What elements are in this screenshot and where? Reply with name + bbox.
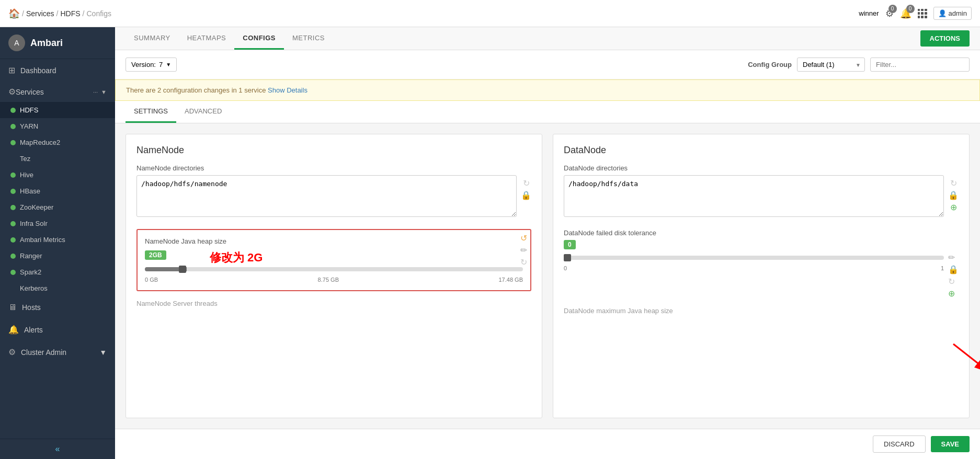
sidebar-item-hive[interactable]: Hive [0,167,115,183]
red-arrow-svg [948,339,980,381]
namenode-heap-wrapper: NameNode Java heap size 2GB 0 GB 8.75 GB… [136,229,531,291]
namenode-heap-thumb[interactable] [179,266,186,273]
tab-summary[interactable]: SUMMARY [126,28,179,50]
hive-label: Hive [20,171,33,179]
sub-nav: SUMMARY HEATMAPS CONFIGS METRICS ACTIONS [115,27,980,50]
namenode-heap-refresh-icon[interactable]: ↻ [520,257,527,267]
namenode-heap-min: 0 GB [145,277,158,283]
mapreduce2-label: MapReduce2 [20,139,60,146]
cluster-admin-chevron: ▼ [99,348,107,357]
datanode-disk-thumb[interactable] [564,254,571,261]
alert-text: There are 2 configuration changes in 1 s… [126,86,266,94]
datanode-dir-refresh-icon[interactable]: ↻ [950,178,957,188]
namenode-heap-track-wrap [145,264,523,274]
hive-status-dot [10,173,16,178]
admin-button[interactable]: 👤 admin [933,7,972,20]
infra-solr-label: Infra Solr [20,220,48,227]
namenode-heap-undo-icon[interactable]: ↺ [520,233,527,243]
datanode-dir-lock-icon[interactable]: 🔒 [948,190,959,200]
sidebar-item-alerts[interactable]: 🔔 Alerts [0,318,115,341]
settings-tab-settings[interactable]: SETTINGS [126,101,176,123]
version-value: 7 [159,61,163,68]
hdfs-label: HDFS [20,106,38,114]
ambari-metrics-status-dot [10,237,16,243]
namenode-heap-badge: 2GB [145,250,166,260]
datanode-directories-row: /hadoop/hdfs/data ↻ 🔒 ⊕ [564,175,959,219]
services-chevron[interactable]: ▼ [101,89,107,95]
sidebar-item-yarn[interactable]: YARN [0,118,115,134]
version-label: Version: [131,61,156,68]
namenode-heap-edit-icon[interactable]: ✏ [520,245,527,255]
sidebar-collapse-button[interactable]: « [0,439,115,459]
sidebar-item-hbase[interactable]: HBase [0,183,115,199]
kerberos-label: Kerberos [20,284,48,292]
namenode-directories-input[interactable]: /hadoop/hdfs/namenode [136,175,517,217]
tab-metrics[interactable]: METRICS [284,28,333,50]
sidebar-item-spark2[interactable]: Spark2 [0,264,115,280]
sidebar-cluster-admin-label: Cluster Admin [21,348,94,357]
namenode-dir-refresh-icon[interactable]: ↻ [523,178,530,188]
tab-configs[interactable]: CONFIGS [234,28,284,50]
datanode-disk-labels: 0 1 [564,265,944,271]
services-dots[interactable]: ··· [93,89,98,95]
sidebar-item-tez[interactable]: Tez [0,151,115,167]
sidebar-item-cluster-admin[interactable]: ⚙ Cluster Admin ▼ [0,341,115,363]
datanode-disk-refresh-icon[interactable]: ↻ [948,277,959,286]
hbase-status-dot [10,189,16,194]
namenode-title: NameNode [136,145,531,156]
sidebar-hosts-label: Hosts [22,303,107,312]
breadcrumb-services[interactable]: Services [26,9,54,18]
bell-wrap[interactable]: 🔔 0 [900,8,911,19]
gear-badge: 0 [888,5,897,13]
datanode-directories-input[interactable]: /hadoop/hdfs/data [564,175,944,217]
config-group-section: Config Group Default (1) [748,58,970,72]
user-icon: 👤 [938,9,947,17]
settings-tab-advanced[interactable]: ADVANCED [176,101,230,123]
infra-solr-status-dot [10,221,16,226]
breadcrumb-hdfs[interactable]: HDFS [60,9,80,18]
discard-button[interactable]: DISCARD [873,435,926,453]
version-select[interactable]: Version: 7 ▼ [126,58,177,72]
sidebar-item-infra-solr[interactable]: Infra Solr [0,215,115,232]
save-button[interactable]: SAVE [931,436,970,452]
datanode-directories-icons: ↻ 🔒 ⊕ [948,175,959,212]
grid-icon[interactable] [918,9,927,18]
sidebar-item-mapreduce2[interactable]: MapReduce2 [0,134,115,151]
config-panels: NameNode NameNode directories /hadoop/hd… [115,123,980,429]
sidebar-item-ambari-metrics[interactable]: Ambari Metrics [0,232,115,248]
sidebar-item-kerberos[interactable]: Kerberos [0,280,115,296]
cluster-admin-icon: ⚙ [8,347,16,357]
sidebar-item-dashboard[interactable]: ⊞ Dashboard [0,59,115,82]
sidebar-item-zookeeper[interactable]: ZooKeeper [0,199,115,215]
namenode-directories-icons: ↻ 🔒 [521,175,531,200]
tez-status-dot [10,156,16,162]
actions-button[interactable]: ACTIONS [920,30,970,47]
ranger-status-dot [10,254,16,259]
datanode-directories-input-group: /hadoop/hdfs/data [564,175,944,219]
namenode-panel: NameNode NameNode directories /hadoop/hd… [126,134,542,418]
datanode-disk-edit-icon[interactable]: ✏ [948,253,959,262]
sidebar-services-label: Services [16,88,93,96]
sidebar-item-hdfs[interactable]: HDFS [0,102,115,118]
namenode-dir-lock-icon[interactable]: 🔒 [521,190,531,200]
show-details-link[interactable]: Show Details [268,86,307,94]
logo-circle: A [8,35,25,51]
datanode-dir-add-icon[interactable]: ⊕ [950,202,957,212]
datanode-disk-lock-icon[interactable]: 🔒 [948,265,959,274]
change-annotation: 修改为 2G [210,250,263,266]
datanode-disk-max: 1 [941,265,944,271]
services-icon: ⚙ [8,87,16,97]
namenode-threads-label: NameNode Server threads [136,300,531,307]
tab-heatmaps[interactable]: HEATMAPS [179,28,235,50]
breadcrumb-sep1: / [22,9,24,18]
home-icon[interactable]: 🏠 [8,8,20,19]
namenode-heap-labels: 0 GB 8.75 GB 17.48 GB [145,277,523,283]
gear-wrap[interactable]: ⚙ 0 [885,8,894,19]
sidebar-services-header[interactable]: ⚙ Services ··· ▼ [0,82,115,102]
sidebar-item-ranger[interactable]: Ranger [0,248,115,264]
config-group-select[interactable]: Default (1) [797,58,865,72]
filter-input[interactable] [870,58,970,72]
sidebar-item-hosts[interactable]: 🖥 Hosts [0,296,115,318]
datanode-disk-add-icon[interactable]: ⊕ [948,289,959,299]
sidebar-item-dashboard-label: Dashboard [20,66,107,75]
